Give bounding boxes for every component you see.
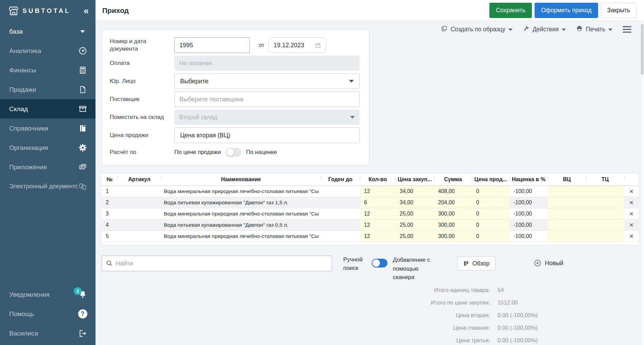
sidebar-item-analitika[interactable]: Аналитика <box>0 41 95 61</box>
tc-cell[interactable] <box>586 208 624 220</box>
new-item-button[interactable]: Новый <box>534 259 563 267</box>
tc-cell[interactable] <box>586 197 624 208</box>
vc-cell[interactable] <box>548 186 586 197</box>
delete-row-button[interactable] <box>627 199 636 206</box>
topbar: Приход Сохранить Оформить приход Закрыть <box>95 0 644 21</box>
vc-cell[interactable] <box>548 197 586 208</box>
sidebar-item-baza[interactable]: база <box>0 22 95 41</box>
tc-cell[interactable] <box>586 186 624 197</box>
sum-cell[interactable]: 408,00 <box>434 186 472 197</box>
sidebar-item-organizatsiya[interactable]: Организация <box>0 138 95 157</box>
tc-cell[interactable] <box>586 220 624 231</box>
col-num: № <box>102 173 118 186</box>
vc-cell[interactable] <box>548 231 586 242</box>
sidebar-item-finansy[interactable]: Финансы <box>0 61 95 80</box>
sum-cell[interactable]: 300,00 <box>434 231 472 242</box>
sidebar-item-prodazhi[interactable]: Продажи <box>0 80 95 99</box>
payment-status-field: Не оплачен <box>174 56 360 71</box>
print-button[interactable]: Печать <box>576 25 612 34</box>
col-delete <box>624 173 639 186</box>
vc-cell[interactable] <box>548 220 586 231</box>
sidebar-collapse-icon[interactable]: « <box>84 6 89 16</box>
tc-cell[interactable] <box>586 231 624 242</box>
purchase-price-cell[interactable]: 25,00 <box>396 220 434 231</box>
col-qty: Кол-во <box>360 173 396 186</box>
sidebar-item-prilozheniya[interactable]: Приложения <box>0 157 95 177</box>
sum-cell[interactable]: 300,00 <box>434 220 472 231</box>
actions-button[interactable]: Действия <box>523 25 566 34</box>
legal-entity-select[interactable]: Выберите <box>174 73 360 89</box>
sidebar-item-sklad[interactable]: Склад <box>0 99 95 119</box>
sidebar: SUBTOTAL « база Аналитика Финансы <box>0 0 95 345</box>
calc-mode-toggle[interactable] <box>226 148 241 157</box>
purchase-price-cell[interactable]: 34,00 <box>396 197 434 208</box>
purchase-price-cell[interactable]: 25,00 <box>396 208 434 220</box>
calc-option-sale-price[interactable]: По цене продажи <box>174 149 221 156</box>
sidebar-item-spravochniki[interactable]: Справочники <box>0 119 95 138</box>
manual-search-toggle[interactable] <box>372 259 387 268</box>
book-icon <box>78 124 87 133</box>
sale-price-cell[interactable]: 0 <box>472 197 509 208</box>
close-button[interactable]: Закрыть <box>601 3 637 18</box>
scrollbar[interactable] <box>640 21 644 345</box>
gauge-icon <box>78 46 87 56</box>
doc-exchange-icon <box>78 182 87 191</box>
col-expiry: Годен до <box>321 173 360 186</box>
col-sum: Сумма <box>434 173 472 186</box>
box-icon <box>78 104 87 114</box>
purchase-price-cell[interactable]: 25,00 <box>396 231 434 242</box>
topbar-buttons: Сохранить Оформить приход Закрыть <box>489 3 637 18</box>
sidebar-item-pomoshch[interactable]: Помощь ? <box>0 304 95 324</box>
supplier-input[interactable] <box>174 91 360 107</box>
calc-option-markup[interactable]: По наценке <box>246 149 277 156</box>
windows-icon <box>78 162 87 172</box>
qty-cell[interactable]: 12 <box>360 186 396 197</box>
sale-price-cell[interactable]: 0 <box>472 220 509 231</box>
browse-button[interactable]: Обзор <box>457 256 495 271</box>
sidebar-item-edo[interactable]: Электронный документо... <box>0 177 95 196</box>
goods-table: № Артикул Наименование Годен до Кол-во Ц… <box>102 173 639 245</box>
question-icon: ? <box>78 309 87 319</box>
save-button[interactable]: Сохранить <box>489 3 532 18</box>
sale-price-cell[interactable]: 0 <box>472 208 509 220</box>
doc-number-input[interactable] <box>174 37 250 53</box>
delete-row-button[interactable] <box>627 221 636 229</box>
purchase-price-cell[interactable]: 34,00 <box>396 186 434 197</box>
doc-date-input[interactable]: 19.12.2023 <box>268 37 326 53</box>
scanner-add-label: Добавление с помощью сканера <box>393 256 438 282</box>
sidebar-item-user[interactable]: Василиса <box>0 324 95 343</box>
total-purchase-row: Итого по цене закупки: 1512.00 <box>379 296 555 309</box>
calculator-icon <box>78 66 87 75</box>
sidebar-item-uvedomleniya[interactable]: Уведомления 2 <box>0 285 95 304</box>
qty-cell[interactable]: 12 <box>360 231 396 242</box>
copy-icon <box>441 25 448 34</box>
printer-icon <box>576 25 583 34</box>
submit-receipt-button[interactable]: Оформить приход <box>535 3 598 18</box>
qty-cell[interactable]: 12 <box>360 208 396 220</box>
delete-row-button[interactable] <box>627 210 636 218</box>
toolbar: Создать по образцу Действия <box>441 25 631 34</box>
create-from-template-button[interactable]: Создать по образцу <box>441 25 512 34</box>
col-purchase-price: Цена закуп... <box>396 173 434 186</box>
delete-row-button[interactable] <box>627 188 636 195</box>
markup-cell: -100,00 <box>509 220 548 231</box>
search-input[interactable] <box>102 256 332 271</box>
scrollbar-thumb[interactable] <box>641 24 644 75</box>
chevron-down-icon <box>349 80 354 83</box>
page-title: Приход <box>102 6 129 15</box>
qty-cell[interactable]: 6 <box>360 197 396 208</box>
bell-icon: 2 <box>78 290 87 299</box>
sum-cell[interactable]: 204,00 <box>434 197 472 208</box>
col-markup: Наценка в % <box>509 173 548 186</box>
table-row: 5 Вода минеральная природная лечебно-сто… <box>102 231 639 242</box>
sale-price-cell[interactable]: 0 <box>472 231 509 242</box>
vc-cell[interactable] <box>548 208 586 220</box>
qty-cell[interactable]: 12 <box>360 220 396 231</box>
supplier-label: Поставщик <box>110 96 174 103</box>
sale-price-select[interactable]: Цена вторая (ВЦ) <box>174 127 360 143</box>
sale-price-label: Цена продажи <box>110 132 174 139</box>
sale-price-cell[interactable]: 0 <box>472 186 509 197</box>
delete-row-button[interactable] <box>627 232 636 240</box>
sum-cell[interactable]: 300,00 <box>434 208 472 220</box>
menu-icon[interactable] <box>623 25 631 34</box>
